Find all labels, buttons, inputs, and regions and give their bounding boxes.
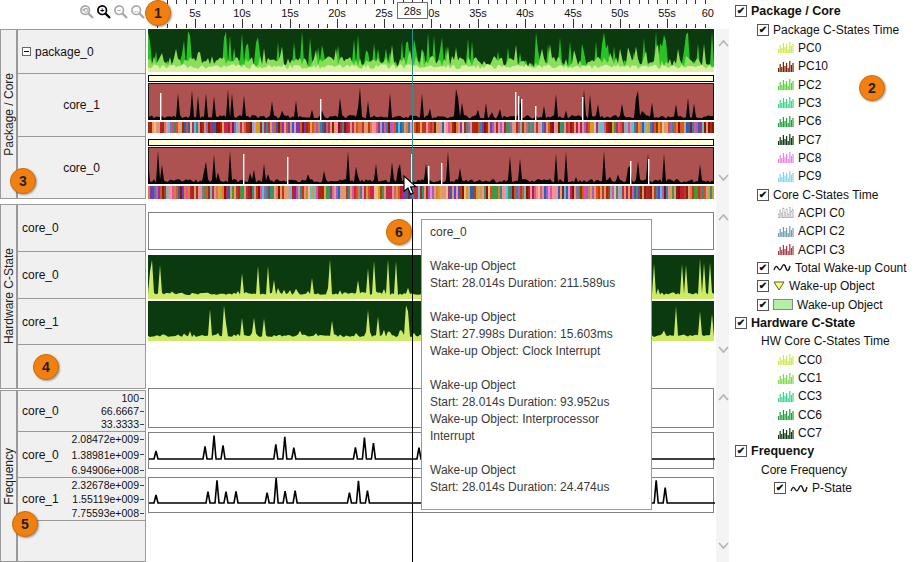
legend-label: Package C-States Time [773, 23, 899, 37]
scroll-up-icon[interactable] [718, 36, 729, 43]
zoom-in-button[interactable]: + [95, 3, 112, 20]
zoom-in-icon: + [96, 4, 112, 20]
callout-badge-2: 2 [859, 75, 885, 101]
ruler-tick [393, 0, 394, 4]
legend-row-pc7[interactable]: PC7 [731, 130, 915, 148]
legend-row-hw-core-c-states-time[interactable]: HW Core C-States Time [731, 332, 915, 350]
collapse-expander-icon[interactable] [22, 47, 31, 56]
ruler-tick [233, 0, 234, 4]
legend-row-acpi-c2[interactable]: ACPI C2 [731, 222, 915, 240]
legend-row-cc1[interactable]: CC1 [731, 369, 915, 387]
ruler-tick [337, 0, 338, 4]
ruler-tick [195, 19, 196, 28]
scroll-down-icon[interactable] [718, 342, 729, 349]
axis-tick-value: 100 [121, 392, 139, 404]
hist-series-icon [778, 354, 794, 365]
total-wake-up-count-checkbox[interactable]: ✔ [757, 262, 769, 274]
ruler-tick [591, 0, 592, 4]
legend-row-pc9[interactable]: PC9 [731, 167, 915, 185]
hist-series-icon [778, 61, 794, 72]
tooltip-line [430, 360, 643, 377]
legend-row-acpi-c3[interactable]: ACPI C3 [731, 240, 915, 258]
ruler-label: 10s [233, 7, 251, 19]
legend-row-acpi-c0[interactable]: ACPI C0 [731, 204, 915, 222]
legend-row-package-core[interactable]: ✔Package / Core [731, 2, 915, 20]
legend-label: Total Wake-up Count [795, 261, 907, 275]
track-row-header[interactable]: core_010066.666733.3333 [17, 390, 146, 432]
legend-row-cc0[interactable]: CC0 [731, 351, 915, 369]
track-row-header[interactable]: core_1 [17, 73, 146, 137]
legend-row-pc6[interactable]: PC6 [731, 112, 915, 130]
ruler-tick [318, 0, 319, 4]
axis-tick-value: 33.3333 [101, 418, 139, 430]
legend-row-cc7[interactable]: CC7 [731, 424, 915, 442]
zoom-undo-button[interactable]: ⟲ [78, 3, 95, 20]
ruler-tick [676, 0, 677, 4]
legend-row-pc8[interactable]: PC8 [731, 149, 915, 167]
ruler-tick [601, 24, 602, 28]
track-label: core_1 [63, 98, 100, 112]
track-row-header[interactable]: core_1 [17, 298, 146, 345]
package_0-cstates-track[interactable] [148, 29, 714, 72]
ruler-tick [261, 24, 262, 28]
scroll-up-icon[interactable] [718, 210, 729, 217]
legend-row-package-c-states-time[interactable]: ✔Package C-States Time [731, 20, 915, 38]
core_0-cstates-wakeup-track[interactable] [148, 139, 714, 199]
hardware-c-state-checkbox[interactable]: ✔ [735, 317, 747, 329]
ruler-tick [365, 24, 366, 28]
wakeup-tooltip: core_0 Wake-up ObjectStart: 28.014s Dura… [421, 219, 652, 510]
track-row-header[interactable]: core_12.32678e+0091.55119e+0097.75593e+0… [17, 477, 146, 521]
legend-row-pc3[interactable]: PC3 [731, 94, 915, 112]
legend-row-wake-up-object[interactable]: ✔Wake-up Object [731, 277, 915, 295]
ruler-tick [271, 0, 272, 4]
legend-row-pc2[interactable]: PC2 [731, 75, 915, 93]
legend-row-wake-up-object[interactable]: ✔Wake-up Object [731, 296, 915, 314]
package-core-checkbox[interactable]: ✔ [735, 5, 747, 17]
legend-row-hardware-c-state[interactable]: ✔Hardware C-State [731, 314, 915, 332]
ruler-tick [469, 24, 470, 28]
legend-label: PC7 [798, 133, 821, 147]
scroll-up-icon[interactable] [718, 390, 729, 397]
legend-row-p-state[interactable]: ✔P-State [731, 479, 915, 497]
track-row-header[interactable]: core_0 [17, 204, 146, 252]
cursor-time-badge: 28s [397, 2, 428, 19]
legend-label: ACPI C0 [798, 206, 845, 220]
frequency-checkbox[interactable]: ✔ [735, 445, 747, 457]
ruler-label: 15s [281, 7, 299, 19]
ruler-tick [469, 0, 470, 4]
zoom-out-icon: − [113, 4, 129, 20]
ruler-tick [374, 24, 375, 28]
legend-row-total-wake-up-count[interactable]: ✔Total Wake-up Count [731, 259, 915, 277]
track-row-header[interactable]: core_0 [17, 136, 146, 199]
scroll-down-icon[interactable] [718, 170, 729, 177]
timeline-ruler[interactable]: 5s10s15s20s25s30s35s40s45s50s55s60 [148, 0, 715, 28]
group-label: Package / Core [2, 73, 16, 156]
ruler-tick [290, 0, 291, 4]
ruler-tick [563, 24, 564, 28]
legend-row-cc6[interactable]: CC6 [731, 406, 915, 424]
track-row-header[interactable]: core_0 [17, 251, 146, 299]
legend-row-frequency[interactable]: ✔Frequency [731, 442, 915, 460]
wake-up-object-checkbox[interactable]: ✔ [757, 299, 769, 311]
legend-row-pc0[interactable]: PC0 [731, 39, 915, 57]
legend-row-cc3[interactable]: CC3 [731, 387, 915, 405]
track-row-header[interactable]: package_0 [17, 29, 146, 74]
zoom-out-button[interactable]: − [112, 3, 129, 20]
legend-row-core-c-states-time[interactable]: ✔Core C-States Time [731, 185, 915, 203]
scroll-down-icon[interactable] [718, 538, 729, 545]
ruler-tick [554, 0, 555, 4]
track-row-header[interactable]: core_02.08472e+0091.38981e+0096.94906e+0… [17, 431, 146, 478]
zoom-fit-button[interactable]: ↔ [129, 3, 146, 20]
wake-up-object-checkbox[interactable]: ✔ [757, 280, 769, 292]
ruler-tick [544, 24, 545, 28]
package-c-states-time-checkbox[interactable]: ✔ [757, 24, 769, 36]
core_1-cstates-wakeup-track[interactable] [148, 75, 714, 133]
ruler-tick [299, 0, 300, 4]
p-state-checkbox[interactable]: ✔ [774, 482, 786, 494]
track-label: core_1 [22, 315, 59, 329]
legend-row-pc10[interactable]: PC10 [731, 57, 915, 75]
hist-series-icon [778, 391, 794, 402]
legend-row-core-frequency[interactable]: Core Frequency [731, 461, 915, 479]
legend-label: ACPI C2 [798, 224, 845, 238]
core-c-states-time-checkbox[interactable]: ✔ [757, 189, 769, 201]
